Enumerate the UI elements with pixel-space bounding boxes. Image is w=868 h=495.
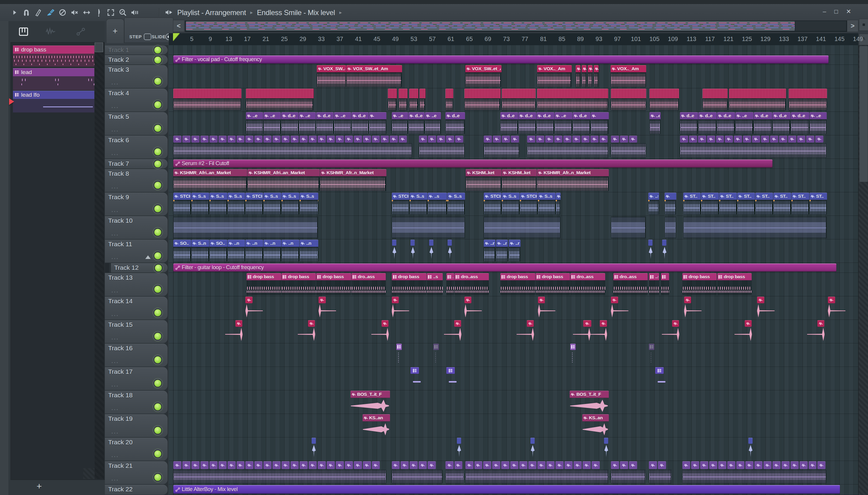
audio-clip[interactable]: ST.. bbox=[683, 193, 701, 215]
audio-clip[interactable] bbox=[555, 461, 563, 469]
minimap-visible-range-handle[interactable] bbox=[186, 21, 795, 31]
track-lane[interactable] bbox=[169, 390, 858, 414]
audio-clip[interactable] bbox=[546, 461, 555, 469]
audio-clip[interactable]: d..e bbox=[680, 112, 698, 135]
audio-clip[interactable]: ST.. bbox=[719, 193, 737, 215]
audio-clip[interactable] bbox=[763, 461, 771, 469]
audio-clip[interactable] bbox=[392, 461, 400, 469]
mute-led[interactable] bbox=[153, 308, 162, 317]
audio-clip[interactable] bbox=[336, 136, 344, 142]
audio-clip-header[interactable] bbox=[382, 320, 389, 327]
audio-clip[interactable]: KS..an bbox=[363, 414, 390, 437]
audio-clip[interactable] bbox=[201, 461, 209, 469]
track-lane[interactable] bbox=[169, 45, 858, 55]
audio-clip[interactable] bbox=[611, 217, 646, 238]
audio-clip[interactable]: d..e bbox=[772, 112, 791, 135]
pattern-clip[interactable]: dro..ass bbox=[351, 273, 386, 296]
audio-clip-header[interactable] bbox=[600, 320, 607, 327]
audio-clip[interactable]: d..e bbox=[500, 112, 518, 135]
mute-led[interactable] bbox=[153, 204, 162, 213]
audio-clip[interactable] bbox=[173, 217, 318, 238]
audio-clip[interactable] bbox=[519, 461, 527, 469]
audio-clip[interactable]: ..e bbox=[392, 112, 408, 135]
audio-clip[interactable] bbox=[354, 136, 362, 142]
audio-clip[interactable] bbox=[527, 136, 535, 142]
audio-clip[interactable]: BOS_T..it_F bbox=[570, 391, 608, 413]
audio-clip[interactable] bbox=[725, 136, 733, 142]
mute-led[interactable] bbox=[153, 252, 162, 260]
mini-pattern-clip[interactable] bbox=[649, 344, 655, 366]
audio-clip[interactable] bbox=[245, 461, 254, 469]
audio-clip-run[interactable] bbox=[446, 461, 464, 484]
audio-clip-run[interactable] bbox=[419, 136, 465, 158]
pattern-preview[interactable] bbox=[13, 99, 94, 113]
audio-clip[interactable]: S..s bbox=[263, 193, 281, 215]
mini-pattern-clip[interactable] bbox=[570, 344, 576, 366]
audio-clip[interactable] bbox=[502, 89, 536, 111]
audio-clip[interactable]: VOX_SW..e bbox=[317, 65, 346, 88]
audio-clip-run[interactable] bbox=[465, 461, 609, 484]
audio-clip[interactable] bbox=[800, 461, 808, 469]
audio-clip[interactable] bbox=[629, 136, 637, 142]
mini-audio-clip[interactable] bbox=[448, 240, 453, 262]
audio-clip[interactable]: STC bbox=[556, 193, 560, 215]
audio-clip[interactable]: S..s bbox=[191, 193, 209, 215]
audio-clip[interactable]: S..n bbox=[191, 240, 209, 262]
mute-led[interactable] bbox=[153, 285, 162, 294]
options-arrow-icon[interactable] bbox=[10, 8, 18, 17]
pattern-clip[interactable]: dro..ass bbox=[570, 273, 605, 296]
audio-clip[interactable] bbox=[611, 89, 646, 111]
audio-clip[interactable]: ..e bbox=[334, 112, 351, 135]
audio-clip[interactable] bbox=[173, 461, 181, 469]
audio-clip[interactable] bbox=[446, 89, 454, 111]
audio-clip[interactable] bbox=[191, 461, 199, 469]
audio-clip[interactable] bbox=[399, 89, 408, 111]
audio-clip[interactable] bbox=[419, 89, 426, 111]
audio-clip[interactable] bbox=[299, 136, 308, 142]
audio-clip-header[interactable] bbox=[465, 297, 472, 303]
mute-led[interactable] bbox=[153, 379, 162, 388]
audio-clip[interactable] bbox=[201, 136, 209, 142]
mute-led[interactable] bbox=[153, 77, 162, 86]
mute-led[interactable] bbox=[153, 148, 162, 156]
audio-clip[interactable]: ..n bbox=[299, 240, 318, 262]
delete-tool-icon[interactable] bbox=[58, 8, 67, 17]
audio-clip[interactable]: VOX.._Am bbox=[611, 65, 646, 88]
audio-clip[interactable] bbox=[600, 136, 608, 142]
audio-clip[interactable]: ..e bbox=[555, 112, 572, 135]
audio-clip[interactable] bbox=[474, 461, 483, 469]
audio-clip[interactable] bbox=[817, 461, 826, 469]
audio-clip[interactable] bbox=[437, 136, 445, 142]
pattern-item-header[interactable]: drop bass bbox=[13, 46, 94, 54]
pattern-item-header[interactable]: lead lfo bbox=[13, 91, 94, 99]
audio-clip-header[interactable] bbox=[604, 438, 608, 444]
audio-clip[interactable]: d..e bbox=[409, 112, 425, 135]
close-button[interactable]: ✕ bbox=[846, 8, 851, 15]
audio-clip[interactable]: KSHMR_Afr..n_Market bbox=[320, 169, 386, 192]
audio-hit-clip[interactable] bbox=[236, 320, 255, 343]
audio-clip-run[interactable] bbox=[173, 461, 386, 484]
audio-clip[interactable]: ..e bbox=[299, 112, 316, 135]
pattern-clip[interactable]: drop bass bbox=[246, 273, 281, 296]
audio-clip[interactable] bbox=[354, 461, 362, 469]
audio-hit-clip[interactable] bbox=[245, 297, 265, 319]
mute-led[interactable] bbox=[153, 403, 162, 411]
audio-clip[interactable] bbox=[588, 65, 592, 88]
audio-clip[interactable] bbox=[327, 136, 335, 142]
track-lane[interactable] bbox=[169, 343, 858, 367]
audio-clip[interactable] bbox=[428, 136, 436, 142]
audio-clip[interactable] bbox=[446, 461, 454, 469]
track-header[interactable]: Track 16··· bbox=[105, 344, 168, 366]
track-header[interactable]: Track 12 bbox=[111, 263, 168, 273]
mini-pattern-clip[interactable] bbox=[411, 367, 420, 390]
audio-clip[interactable]: S..s bbox=[538, 193, 556, 215]
pattern-clip[interactable]: drop bass bbox=[316, 273, 351, 296]
audio-clip[interactable]: d..e bbox=[717, 112, 735, 135]
audio-clip[interactable] bbox=[419, 136, 427, 142]
audio-clip[interactable]: ..n bbox=[484, 240, 496, 262]
audio-hit-clip[interactable] bbox=[672, 320, 691, 343]
pattern-clip[interactable]: dro..ass bbox=[613, 273, 648, 296]
audio-clip[interactable]: ..e bbox=[649, 112, 661, 135]
automation-source-icon[interactable] bbox=[144, 20, 153, 29]
track-lane[interactable] bbox=[169, 367, 858, 390]
